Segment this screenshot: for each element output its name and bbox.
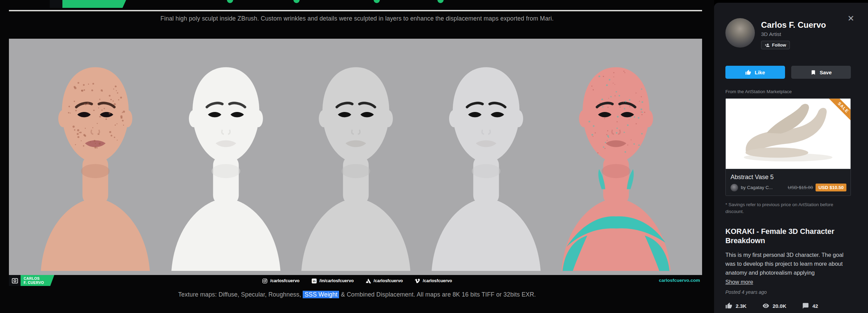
instagram-icon [262,278,268,284]
likes-value: 2.3K [736,303,747,309]
instagram-link[interactable]: /carlosfcuervo [262,278,299,284]
product-title[interactable]: Abstract Vase 5 [726,169,851,183]
artstation-handle: /carlosfcuervo [374,278,403,283]
vimeo-handle: /carlosfcuervo [423,278,452,283]
vase-render [726,99,851,169]
artist-profile: Carlos F. Cuervo 3D Artist Follow [725,18,851,49]
artist-badge: CARLOS F. CUERVO [9,275,54,286]
logo-icon [50,0,62,8]
follow-label: Follow [772,42,786,48]
show-more-link[interactable]: Show more [725,279,753,285]
old-price: USD $15.00 [788,185,813,190]
comments-value: 42 [812,303,818,309]
website-link[interactable]: carlosfcuervo.com [659,278,700,283]
vimeo-icon [414,278,420,284]
project-title: KORAKI - Female 3D Character Breakdown [725,227,851,246]
linkedin-handle: /in/carlosfcuervo [320,278,354,283]
linkedin-link[interactable]: in /in/carlosfcuervo [311,278,354,284]
action-buttons: Like Save [725,66,851,79]
marketplace-card[interactable]: SALE Abstract Vase 5 by Cagatay C... USD… [725,98,851,196]
artstation-link[interactable]: /carlosfcuervo [365,278,403,284]
sale-price-badge: USD $10.50 [816,184,846,191]
artstation-artwork-overlay: Final high poly sculpt inside ZBrush. Cu… [0,0,868,313]
caption-bottom-prefix: Texture maps: Diffuse, Specular, Roughne… [178,291,303,298]
follow-button[interactable]: Follow [761,41,790,49]
save-button[interactable]: Save [791,66,851,79]
bust-roughness [294,54,418,271]
social-links: /carlosfcuervo in /in/carlosfcuervo /car… [0,276,714,286]
marketplace-heading: From the ArtStation Marketplace [725,89,851,94]
posted-date: Posted 4 years ago [725,289,851,295]
like-label: Like [755,70,765,75]
artist-headline: 3D Artist [761,31,826,37]
instagram-handle: /carlosfcuervo [270,278,299,283]
highlighted-text: SSS Weight [303,291,339,298]
cutoff-artist-badge [50,0,127,8]
caption-bottom-suffix: & Combined Displacement. All maps are 8K… [339,291,536,298]
cutoff-icon [293,0,300,3]
caption-bottom: Texture maps: Diffuse, Specular, Roughne… [0,291,714,298]
artist-avatar[interactable] [725,18,755,48]
artwork-sidebar: ✕ Carlos F. Cuervo 3D Artist Follow Like… [714,3,868,313]
save-label: Save [820,70,832,75]
scrolled-out-content [9,0,702,10]
like-button[interactable]: Like [725,66,785,79]
views-count: 20.0K [762,302,786,309]
thumb-up-icon [725,302,732,309]
user-plus-icon [765,43,770,48]
vimeo-link[interactable]: /carlosfcuervo [414,278,452,284]
product-meta: by Cagatay C... USD $15.00 USD $10.50 [726,183,851,196]
svg-text:in: in [313,279,316,283]
comments-count: 42 [802,302,818,309]
bust-combined-displacement [554,54,678,271]
badge-line1: CARLOS [24,276,44,280]
linkedin-icon: in [311,278,317,284]
stats-row: 2.3K 20.0K 42 [725,302,851,309]
bust-specular [164,54,288,271]
eye-icon [762,302,769,309]
likes-count: 2.3K [725,302,747,309]
artist-logo-icon [9,275,21,286]
product-image[interactable]: SALE [726,99,851,169]
comment-icon [802,302,809,309]
cutoff-icon [374,0,380,3]
badge-line2: F. CUERVO [24,280,44,285]
artist-badge-text: CARLOS F. CUERVO [21,275,54,286]
artwork-viewer: Final high poly sculpt inside ZBrush. Cu… [0,0,714,313]
savings-disclaimer: * Savings refer to previous price on Art… [725,201,851,215]
artist-meta: Carlos F. Cuervo 3D Artist Follow [761,18,826,49]
thumb-up-icon [745,70,751,75]
bookmark-icon [810,70,816,75]
cutoff-icon [227,0,233,3]
close-icon[interactable]: ✕ [846,13,856,24]
artist-name[interactable]: Carlos F. Cuervo [761,20,826,30]
views-value: 20.0K [773,303,786,309]
project-description: This is my first personal 3D character. … [725,251,851,277]
seller-name[interactable]: by Cagatay C... [741,185,773,190]
bust-sss-weight [424,54,548,271]
seller-avatar [731,184,738,191]
artstation-icon [365,278,371,284]
cutoff-icon [437,0,444,3]
image-edge [9,10,702,11]
caption-top: Final high poly sculpt inside ZBrush. Cu… [0,15,714,22]
bust-diffuse [34,54,157,271]
artwork-image[interactable] [9,39,702,275]
